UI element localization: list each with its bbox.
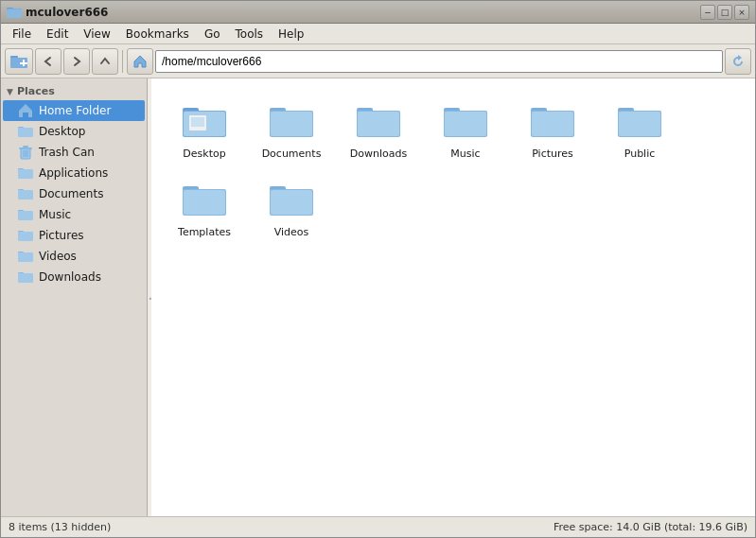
- sidebar-item-downloads-label: Downloads: [39, 270, 101, 284]
- file-item-downloads[interactable]: Downloads: [337, 90, 420, 165]
- videos-folder-svg: [269, 177, 314, 222]
- svg-rect-31: [191, 117, 204, 127]
- file-item-videos[interactable]: Videos: [250, 168, 333, 243]
- desktop-folder-icon: [18, 124, 33, 139]
- title-bar-left: mculover666: [7, 5, 108, 20]
- svg-rect-37: [358, 112, 399, 136]
- sidebar-section-places[interactable]: ▼ Places: [1, 82, 147, 100]
- sidebar-item-pictures-label: Pictures: [39, 229, 84, 242]
- minimize-button[interactable]: −: [700, 5, 715, 20]
- file-item-pictures[interactable]: Pictures: [511, 90, 594, 165]
- reload-icon: [730, 54, 746, 69]
- sidebar-item-trash-label: Trash Can: [39, 146, 95, 159]
- sidebar: ▼ Places Home Folder Desktop: [1, 78, 148, 516]
- reload-button[interactable]: [725, 48, 751, 75]
- svg-rect-34: [271, 112, 312, 136]
- toolbar: [1, 44, 755, 78]
- up-button[interactable]: [92, 48, 118, 75]
- file-area: Desktop Documents Downloads: [151, 78, 755, 516]
- templates-label: Templates: [178, 226, 231, 238]
- menu-edit[interactable]: Edit: [39, 26, 76, 43]
- pictures-folder-svg: [530, 98, 575, 144]
- documents-label: Documents: [262, 148, 322, 160]
- file-item-desktop[interactable]: Desktop: [163, 90, 246, 165]
- public-label: Public: [624, 148, 656, 160]
- menu-view[interactable]: View: [76, 26, 117, 43]
- sidebar-item-home-label: Home Folder: [39, 104, 111, 117]
- up-icon: [99, 56, 111, 67]
- downloads-folder-svg: [356, 98, 401, 144]
- file-item-templates[interactable]: Templates: [163, 168, 246, 243]
- svg-rect-11: [23, 146, 28, 148]
- places-arrow-icon: ▼: [7, 87, 13, 96]
- svg-rect-16: [18, 169, 33, 179]
- window-title: mculover666: [26, 6, 108, 19]
- svg-rect-24: [18, 252, 33, 262]
- sidebar-item-home[interactable]: Home Folder: [3, 100, 145, 121]
- sidebar-item-pictures[interactable]: Pictures: [3, 225, 145, 246]
- toolbar-separator-1: [122, 50, 123, 73]
- sidebar-resize-handle[interactable]: [148, 78, 151, 516]
- menu-bookmarks[interactable]: Bookmarks: [118, 26, 197, 43]
- back-button[interactable]: [35, 48, 62, 75]
- svg-rect-10: [19, 148, 32, 149]
- svg-rect-49: [184, 190, 225, 215]
- menu-tools[interactable]: Tools: [228, 26, 272, 43]
- desktop-label: Desktop: [183, 148, 225, 160]
- forward-button[interactable]: [63, 48, 90, 75]
- sidebar-item-documents[interactable]: Documents: [3, 183, 145, 204]
- music-label: Music: [450, 148, 480, 160]
- pictures-label: Pictures: [532, 148, 573, 160]
- menu-go[interactable]: Go: [197, 26, 228, 43]
- menu-help[interactable]: Help: [271, 26, 311, 43]
- svg-rect-46: [619, 112, 660, 136]
- music-folder-svg: [443, 98, 488, 144]
- sidebar-item-videos-label: Videos: [39, 250, 77, 263]
- downloads-folder-icon: [18, 269, 33, 285]
- home-folder-icon: [18, 103, 33, 118]
- templates-folder-svg: [182, 177, 227, 222]
- svg-rect-18: [18, 190, 33, 200]
- new-button[interactable]: [5, 48, 33, 75]
- menu-file[interactable]: File: [5, 26, 39, 43]
- new-icon: [9, 52, 28, 71]
- videos-label: Videos: [274, 226, 309, 238]
- status-items-count: 8 items (13 hidden): [9, 521, 111, 533]
- menu-bar: File Edit View Bookmarks Go Tools Help: [1, 24, 755, 44]
- status-bar: 8 items (13 hidden) Free space: 14.0 GiB…: [1, 516, 755, 537]
- sidebar-item-trash[interactable]: Trash Can: [3, 142, 145, 163]
- status-free-space: Free space: 14.0 GiB (total: 19.6 GiB): [554, 521, 747, 533]
- svg-rect-6: [20, 62, 27, 64]
- home-button[interactable]: [127, 48, 153, 75]
- file-grid: Desktop Documents Downloads: [163, 90, 744, 243]
- sidebar-item-desktop[interactable]: Desktop: [3, 121, 145, 142]
- pictures-folder-icon: [18, 228, 33, 243]
- sidebar-item-desktop-label: Desktop: [39, 125, 86, 138]
- maximize-button[interactable]: □: [717, 5, 732, 20]
- title-controls: − □ ×: [700, 5, 749, 20]
- title-bar: mculover666 − □ ×: [1, 1, 755, 24]
- music-folder-icon: [18, 207, 33, 222]
- places-label: Places: [17, 85, 55, 97]
- sidebar-item-videos[interactable]: Videos: [3, 246, 145, 267]
- file-item-documents[interactable]: Documents: [250, 90, 333, 165]
- documents-folder-icon: [18, 186, 33, 201]
- forward-icon: [71, 56, 82, 67]
- window-icon: [7, 5, 22, 20]
- svg-rect-8: [18, 128, 33, 137]
- sidebar-item-applications[interactable]: Applications: [3, 163, 145, 183]
- file-item-public[interactable]: Public: [598, 90, 681, 165]
- address-input[interactable]: [155, 50, 723, 73]
- trash-icon: [18, 145, 33, 160]
- svg-rect-40: [445, 112, 486, 136]
- close-button[interactable]: ×: [734, 5, 749, 20]
- main-content: ▼ Places Home Folder Desktop: [1, 78, 755, 516]
- documents-folder-svg: [269, 98, 314, 144]
- file-item-music[interactable]: Music: [424, 90, 507, 165]
- sidebar-item-downloads[interactable]: Downloads: [3, 267, 145, 287]
- svg-rect-22: [18, 232, 33, 241]
- svg-rect-43: [532, 112, 573, 136]
- sidebar-item-music[interactable]: Music: [3, 204, 145, 225]
- videos-folder-icon: [18, 249, 33, 264]
- home-icon: [132, 54, 148, 69]
